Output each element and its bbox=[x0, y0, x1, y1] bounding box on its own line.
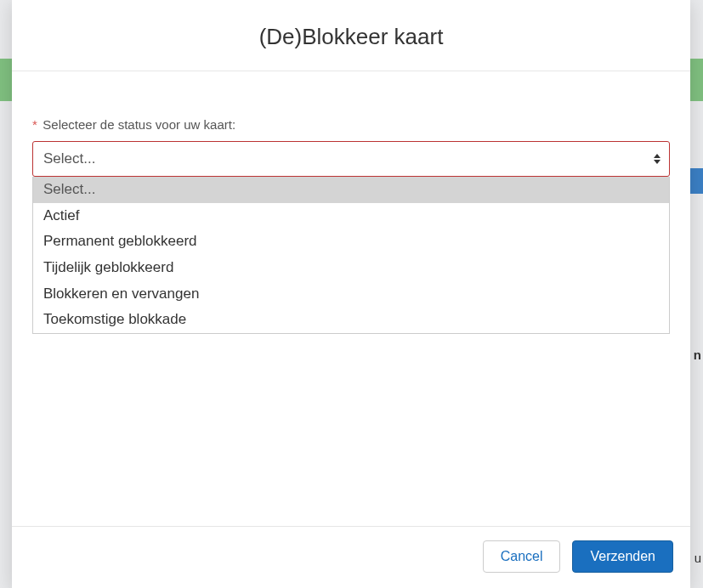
modal-footer: Cancel Verzenden bbox=[12, 526, 690, 588]
submit-button[interactable]: Verzenden bbox=[572, 540, 673, 573]
status-dropdown-list: Select...ActiefPermanent geblokkeerdTijd… bbox=[32, 177, 670, 334]
status-select-wrapper: Select... Select...ActiefPermanent geblo… bbox=[32, 141, 670, 177]
svg-marker-1 bbox=[654, 160, 660, 164]
backdrop-text-fragment: u bbox=[694, 551, 701, 565]
status-option[interactable]: Select... bbox=[33, 177, 669, 203]
status-select-value: Select... bbox=[43, 150, 95, 167]
block-card-modal: (De)Blokkeer kaart * Selecteer de status… bbox=[12, 0, 690, 588]
modal-body: * Selecteer de status voor uw kaart: Sel… bbox=[12, 71, 690, 526]
modal-title: (De)Blokkeer kaart bbox=[29, 24, 673, 50]
status-option[interactable]: Toekomstige blokkade bbox=[33, 307, 669, 333]
select-arrows-icon bbox=[654, 154, 660, 164]
cancel-button[interactable]: Cancel bbox=[483, 540, 561, 573]
status-option[interactable]: Actief bbox=[33, 203, 669, 229]
status-field-label: Selecteer de status voor uw kaart: bbox=[43, 117, 235, 132]
status-select[interactable]: Select... bbox=[32, 141, 670, 177]
backdrop-text-fragment: n bbox=[694, 348, 701, 362]
modal-header: (De)Blokkeer kaart bbox=[12, 0, 690, 71]
field-label-row: * Selecteer de status voor uw kaart: bbox=[20, 117, 682, 133]
status-option[interactable]: Tijdelijk geblokkeerd bbox=[33, 255, 669, 281]
required-asterisk: * bbox=[32, 117, 37, 132]
svg-marker-0 bbox=[654, 154, 660, 158]
status-option[interactable]: Permanent geblokkeerd bbox=[33, 229, 669, 255]
status-option[interactable]: Blokkeren en vervangen bbox=[33, 281, 669, 308]
